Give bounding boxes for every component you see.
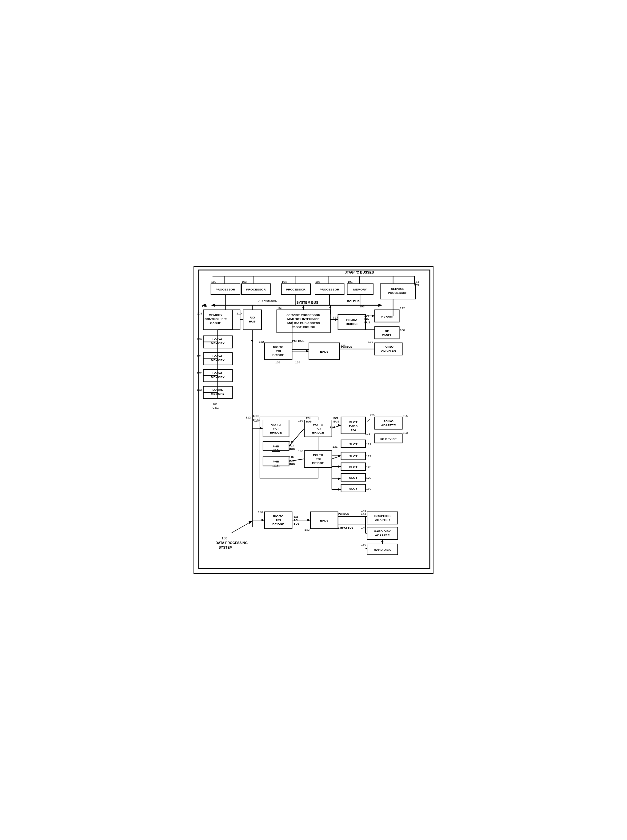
rio-pci-bridge-mid-label: RIO TO	[271, 423, 281, 426]
svg-text:BRIDGE: BRIDGE	[312, 431, 324, 434]
svg-text:BUS: BUS	[306, 420, 312, 423]
num-120: 120	[370, 413, 375, 417]
slot-130-label: SLOT	[349, 487, 358, 490]
pci-isa-bridge-label: PCI/ISA	[346, 318, 357, 322]
svg-text:ADAPTER: ADAPTER	[381, 349, 396, 352]
svg-marker-80	[302, 305, 304, 308]
hard-disk-adapter-label: HARD DISK	[374, 530, 391, 533]
slot-127-label: SLOT	[349, 454, 358, 458]
svg-text:BUS: BUS	[334, 420, 339, 423]
svg-text:BRIDGE: BRIDGE	[272, 522, 284, 526]
num-115: 115	[273, 448, 279, 452]
memory-top-label: MEMORY	[353, 288, 367, 291]
num-104: 104	[282, 280, 287, 284]
num-121b: 121	[366, 443, 371, 446]
svg-text:135: 135	[414, 284, 419, 287]
num-190: 190	[368, 340, 373, 344]
svg-marker-131	[338, 454, 341, 457]
rio-pci-bridge-bot-label: RIO TO	[273, 514, 284, 518]
svg-marker-74	[306, 350, 309, 352]
pci-bus-141-label: 141	[293, 515, 298, 518]
pci-io-adapter-top-label: PCI I/O	[383, 345, 394, 348]
pci-bus-mid-label: PCI BUS	[292, 339, 304, 342]
svg-text:DATA PROCESSING: DATA PROCESSING	[216, 541, 248, 545]
svg-text:PCI: PCI	[316, 427, 321, 430]
svg-line-162	[231, 521, 252, 533]
processor3-label: PROCESSOR	[286, 288, 306, 291]
num-110: 110	[236, 312, 242, 315]
svg-text:BUS: BUS	[364, 321, 370, 324]
eads-top-label: EADS	[320, 350, 329, 353]
num-142: 142	[304, 528, 309, 531]
service-processor-label: SERVICE	[391, 287, 405, 290]
num-114: 114	[254, 419, 259, 422]
svg-text:BUS: BUS	[289, 448, 295, 451]
slot-eads-label: SLOT	[349, 420, 358, 424]
nvram-label: NVRAM	[381, 315, 392, 318]
svg-text:CONTROLLER/: CONTROLLER/	[205, 317, 227, 321]
num-133: 133	[275, 361, 280, 364]
svg-text:ADAPTER: ADAPTER	[375, 518, 390, 522]
num-162: 162	[197, 371, 202, 375]
svg-text:PCI BUS: PCI BUS	[342, 526, 353, 529]
svg-text:BUS: BUS	[293, 522, 299, 525]
svg-line-125	[332, 459, 341, 466]
num-123: 123	[403, 431, 408, 435]
num-108: 108	[197, 312, 202, 315]
system-bus-label: SYSTEM BUS	[296, 301, 318, 304]
phb-115-label: PHB	[273, 444, 279, 448]
svg-text:ADAPTER: ADAPTER	[375, 534, 390, 537]
pci-pci-bridge-lower-label: PCI TO	[313, 453, 323, 457]
num-116: 116	[273, 464, 279, 467]
pci-bus-slot-label: PCI	[334, 417, 338, 420]
svg-marker-163	[249, 521, 252, 524]
num-132: 132	[259, 340, 264, 344]
num-129: 129	[366, 476, 371, 479]
svg-text:BRIDGE: BRIDGE	[312, 461, 324, 465]
svg-marker-159	[381, 541, 384, 544]
num-193: 193	[333, 316, 338, 319]
svg-marker-17	[211, 304, 215, 307]
slot-121-label: SLOT	[349, 443, 358, 446]
svg-text:HUB: HUB	[249, 320, 256, 323]
rio-pci-bridge-top-label: RIO TO	[273, 345, 284, 348]
svg-marker-82	[329, 305, 332, 308]
hard-disk-label: HARD DISK	[374, 548, 391, 552]
slot-129-label: SLOT	[349, 476, 358, 479]
svg-marker-132	[338, 465, 341, 468]
num-125-label: 125	[403, 414, 408, 418]
svg-text:PASSTHROUGH: PASSTHROUGH	[291, 325, 315, 329]
num-134-label: 134	[295, 361, 300, 364]
num-130: 130	[366, 487, 371, 490]
svg-marker-62	[372, 315, 375, 317]
svg-line-112	[367, 419, 370, 422]
svg-text:CEC: CEC	[213, 406, 219, 409]
svg-text:ISA: ISA	[364, 318, 369, 321]
svg-text:SYSTEM: SYSTEM	[219, 545, 233, 549]
svg-marker-144	[307, 519, 310, 521]
num-160: 160	[197, 337, 202, 341]
svg-marker-133	[338, 478, 341, 480]
graphics-adapter-label: GRAPHICS	[374, 514, 391, 517]
phb-116-label: PHB	[273, 460, 279, 463]
svg-text:BRIDGE: BRIDGE	[346, 322, 358, 326]
pci-bus-144-label: PCI BUS	[338, 512, 349, 515]
sp-mailbox-label: SERVICE PROCESSOR	[287, 313, 320, 317]
num-161: 161	[197, 355, 202, 358]
pci-pci-bridge-upper-label: PCI TO	[313, 423, 323, 426]
op-panel-label: OP	[385, 329, 389, 333]
num-163: 163	[197, 388, 202, 391]
num-112: 112	[246, 416, 251, 419]
num-119: 119	[298, 419, 303, 422]
rio-bus-label: RIO	[253, 414, 259, 418]
attn-signal-label: ATTN SIGNAL	[258, 299, 277, 302]
num-103: 103	[241, 280, 247, 284]
svg-text:BRIDGE: BRIDGE	[272, 353, 284, 357]
pci-bus-118-label: 118	[289, 456, 293, 459]
num-192: 192	[400, 306, 405, 310]
num-127: 127	[366, 454, 371, 458]
svg-text:PROCESSOR: PROCESSOR	[388, 291, 408, 295]
num-148: 148	[361, 509, 366, 512]
svg-marker-18	[378, 304, 383, 307]
system-title-label: 100	[222, 536, 227, 540]
